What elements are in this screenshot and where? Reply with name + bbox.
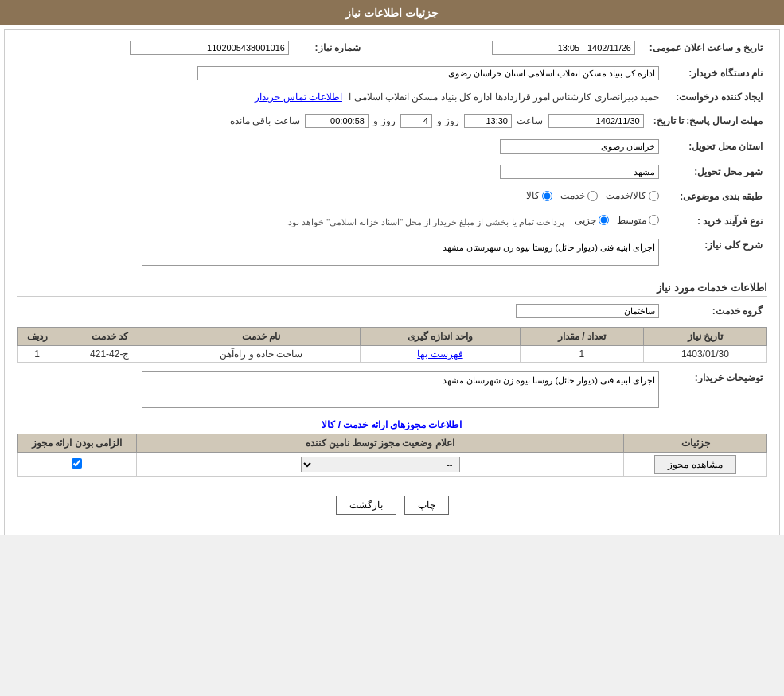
permit-elzam-checkbox[interactable] <box>72 458 82 469</box>
radio-khadamat: خدمت <box>560 190 598 201</box>
ijad-konande-text: حمید دبیرانصاری کارشناس امور قراردادها ا… <box>349 91 659 103</box>
cell-tedad: 1 <box>520 346 643 363</box>
radio-motevaset-label: متوسط <box>617 215 646 226</box>
tarikh-aalan-input <box>492 41 635 55</box>
tarikh-aalan-label: تاریخ و ساعت اعلان عمومی: <box>640 38 767 57</box>
col-tedad: تعداد / مقدار <box>520 328 643 346</box>
tabaghbandi-table: طبقه بندی موضوعی: کالا/خدمت خدمت <box>17 188 767 206</box>
gorohe-khadamat-label: گروه خدمت: <box>664 301 767 321</box>
shahr-tahvil-label: شهر محل تحویل: <box>664 162 767 181</box>
ostan-table: استان محل تحویل: <box>17 137 767 156</box>
radio-kala-khadamat-label: کالا/خدمت <box>606 190 646 201</box>
tosaif-textarea: اجرای ابنیه فنی (دیوار حائل) روستا بیوه … <box>142 371 659 408</box>
time-input <box>464 114 512 128</box>
dastgah-table: نام دستگاه خریدار: <box>17 64 767 83</box>
services-table: تاریخ نیاز تعداد / مقدار واحد اندازه گیر… <box>17 327 767 363</box>
col-vahad: واحد اندازه گیری <box>360 328 520 346</box>
col-elzam: الزامی بودن ارائه مجوز <box>18 434 137 453</box>
radio-khadamat-label: خدمت <box>560 190 585 201</box>
col-elam: اعلام وضعیت مجوز توسط نامین کننده <box>137 434 624 453</box>
gorohe-khadamat-value <box>17 301 664 321</box>
permit-elam-cell: -- <box>137 453 624 477</box>
days-label: روز و <box>437 115 458 126</box>
view-permit-button[interactable]: مشاهده مجوز <box>654 455 735 474</box>
shomara-niaz-input <box>130 41 289 55</box>
page-wrapper: جزئیات اطلاعات نیاز تاریخ و ساعت اعلان ع… <box>0 0 784 535</box>
nav-farayand-table: نوع فرآیند خرید : متوسط جزیی پرداخت تمام… <box>17 212 767 231</box>
page-header: جزئیات اطلاعات نیاز <box>0 0 784 25</box>
cell-code-khadamat: ج-42-421 <box>57 346 162 363</box>
basic-info-table: تاریخ و ساعت اعلان عمومی: شماره نیاز: <box>17 38 767 57</box>
page-title: جزئیات اطلاعات نیاز <box>345 6 439 19</box>
ijad-konande-value: حمید دبیرانصاری کارشناس امور قراردادها ا… <box>17 89 664 105</box>
nam-dastgah-input <box>197 66 659 80</box>
tabaghbandi-label: طبقه بندی موضوعی: <box>664 188 767 206</box>
col-nam-khadamat: نام خدمت <box>162 328 360 346</box>
permit-elzam-cell <box>18 453 137 477</box>
ijad-konande-label: ایجاد کننده درخواست: <box>664 89 767 105</box>
permit-elam-select[interactable]: -- <box>301 457 460 472</box>
ostan-tahvil-label: استان محل تحویل: <box>664 137 767 156</box>
permit-row: مشاهده مجوز -- <box>18 453 767 477</box>
permit-table: جزئیات اعلام وضعیت مجوز توسط نامین کننده… <box>17 434 767 477</box>
ostan-tahvil-value <box>17 137 664 156</box>
time-label: ساعت <box>517 115 543 126</box>
khadamat-section-header: اطلاعات خدمات مورد نیاز <box>17 277 767 297</box>
tabaghbandi-value: کالا/خدمت خدمت کالا <box>17 188 664 206</box>
days-text: روز و <box>373 115 395 126</box>
radio-kala-label: کالا <box>526 190 540 201</box>
tosaif-label: توضیحات خریدار: <box>664 369 767 413</box>
nav-farayand-note: پرداخت تمام یا بخشی از مبلغ خریدار از مح… <box>286 217 564 227</box>
radio-jozi-label: جزیی <box>575 215 596 226</box>
col-tarikh-niaz: تاریخ نیاز <box>643 328 766 346</box>
mohlat-table: مهلت ارسال پاسخ: تا تاریخ: ساعت روز و رو… <box>17 111 767 130</box>
permit-section-title: اطلاعات مجوزهای ارائه خدمت / کالا <box>17 419 767 430</box>
days-input <box>400 114 432 128</box>
print-button[interactable]: چاپ <box>404 496 449 515</box>
shahr-tahvil-input <box>500 165 659 179</box>
ijad-konande-table: ایجاد کننده درخواست: حمید دبیرانصاری کار… <box>17 89 767 105</box>
nav-farayand-radio-group: متوسط جزیی <box>575 215 659 226</box>
shomara-niaz-value <box>17 38 294 57</box>
shomara-niaz-label: شماره نیاز: <box>294 38 365 57</box>
tosaif-table: توضیحات خریدار: اجرای ابنیه فنی (دیوار ح… <box>17 369 767 413</box>
vahad-link[interactable]: فهرست بها <box>417 348 462 360</box>
ostan-tahvil-input <box>500 139 659 154</box>
permit-joziyat-cell: مشاهده مجوز <box>624 453 767 477</box>
col-radif: ردیف <box>18 328 57 346</box>
radio-motevaset-input[interactable] <box>649 215 659 225</box>
col-code-khadamat: کد خدمت <box>57 328 162 346</box>
tabaghbandi-radio-group: کالا/خدمت خدمت کالا <box>526 190 659 201</box>
countdown-suffix: ساعت باقی مانده <box>230 115 300 126</box>
cell-vahad: فهرست بها <box>360 346 520 363</box>
cell-nam-khadamat: ساخت جاده و راه‌آهن <box>162 346 360 363</box>
radio-khadamat-input[interactable] <box>587 191 598 201</box>
radio-jozi-input[interactable] <box>599 215 609 225</box>
cell-radif: 1 <box>18 346 57 363</box>
nav-farayand-label: نوع فرآیند خرید : <box>664 212 767 231</box>
nam-dastgah-label: نام دستگاه خریدار: <box>664 64 767 83</box>
cell-tarikh-niaz: 1403/01/30 <box>643 346 766 363</box>
shahr-tahvil-value <box>17 162 664 181</box>
date-input <box>548 114 644 128</box>
radio-jozi: جزیی <box>575 215 609 226</box>
radio-motevaset: متوسط <box>617 215 659 226</box>
tarikh-aalan-value <box>389 38 640 57</box>
radio-kala-khadamat-input[interactable] <box>649 191 659 201</box>
sharh-koli-value: اجرای ابنیه فنی (دیوار حائل) روستا بیوه … <box>17 236 664 270</box>
radio-kala-input[interactable] <box>542 191 552 201</box>
sharh-koli-textarea: اجرای ابنیه فنی (دیوار حائل) روستا بیوه … <box>142 239 659 266</box>
main-content: تاریخ و ساعت اعلان عمومی: شماره نیاز: نا… <box>4 29 780 535</box>
sharh-koli-table: شرح کلی نیاز: اجرای ابنیه فنی (دیوار حائ… <box>17 236 767 270</box>
gorohe-khadamat-table: گروه خدمت: <box>17 301 767 321</box>
col-joziyat: جزئیات <box>624 434 767 453</box>
service-table-row: 1403/01/30 1 فهرست بها ساخت جاده و راه‌آ… <box>18 346 767 363</box>
gorohe-khadamat-input <box>516 304 659 318</box>
radio-kala-khadamat: کالا/خدمت <box>606 190 659 201</box>
sharh-koli-label: شرح کلی نیاز: <box>664 236 767 270</box>
mohlat-value: ساعت روز و روز و ساعت باقی مانده <box>17 111 649 130</box>
nav-farayand-value: متوسط جزیی پرداخت تمام یا بخشی از مبلغ خ… <box>17 212 664 231</box>
etelaat-tamas-link[interactable]: اطلاعات تماس خریدار <box>255 91 342 103</box>
back-button[interactable]: بازگشت <box>336 496 396 515</box>
tosaif-value: اجرای ابنیه فنی (دیوار حائل) روستا بیوه … <box>17 369 664 413</box>
